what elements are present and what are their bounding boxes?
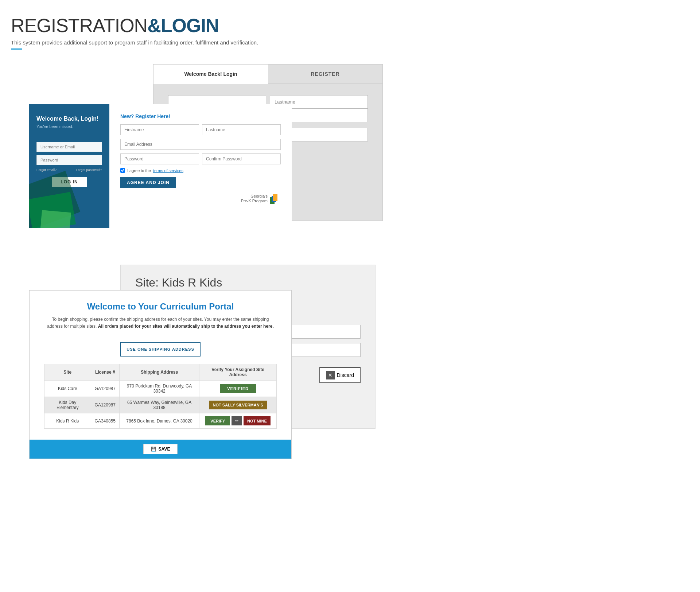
table-row: Kids Care GA120987 970 Porickum Rd, Dunw… [44, 381, 277, 397]
curriculum-footer: 💾 SAVE [30, 440, 291, 459]
logo-line2: Pre-K Program [241, 199, 268, 203]
address-cell: 970 Porickum Rd, Dunwoody, GA 30342 [119, 381, 199, 397]
col-license: License # [91, 364, 119, 381]
curriculum-title: Welcome to Your Curriculum Portal [44, 301, 277, 312]
logo-area: Georgia's Pre-K Program [120, 193, 281, 204]
georgia-prek-logo-icon [270, 193, 281, 204]
login-subtitle: You've been missed. [36, 124, 102, 129]
title-underline [11, 48, 22, 50]
not-sally-button[interactable]: NOT SALLY SILVERMAN'S [209, 401, 267, 409]
table-header-row: Site License # Shipping Address Verify Y… [44, 364, 277, 381]
reg-password-row [120, 153, 281, 164]
tab-bar: Welcome Back! Login REGISTER [153, 65, 382, 84]
register-name-row [120, 124, 281, 135]
curriculum-desc: To begin shopping, please confirm the sh… [44, 316, 277, 330]
login-left-panel: Welcome Back, Login! You've been missed.… [29, 104, 109, 228]
desc3: All orders placed for your sites will au… [98, 324, 274, 329]
verify-cell: VERIFY ✏ NOT MINE [199, 413, 277, 429]
table-head: Site License # Shipping Address Verify Y… [44, 364, 277, 381]
action-cell: VERIFY ✏ NOT MINE [203, 416, 273, 425]
logo-text: Georgia's Pre-K Program [241, 194, 268, 203]
main-login-card: Welcome Back, Login! You've been missed.… [29, 104, 292, 228]
verify-cell: NOT SALLY SILVERMAN'S [199, 397, 277, 413]
save-label: SAVE [159, 447, 170, 452]
login-register-section: Welcome Back! Login REGISTER s of servic… [0, 61, 700, 254]
site-name-cell: Kids Care [44, 381, 91, 397]
table-body: Kids Care GA120987 970 Porickum Rd, Dunw… [44, 381, 277, 429]
reg-firstname-input[interactable] [120, 124, 199, 135]
desc1: To begin shopping, please confirm the sh… [52, 317, 269, 322]
terms-checkbox[interactable] [120, 168, 125, 173]
desc2: address for multiple sites. [47, 324, 97, 329]
site-table: Site License # Shipping Address Verify Y… [44, 364, 277, 429]
reg-email-input[interactable] [120, 139, 281, 150]
register-form-title: New? Register Here! [120, 113, 281, 119]
page-subtitle: This system provides additional support … [11, 39, 689, 46]
terms-link[interactable]: terms of services [153, 168, 183, 173]
title-bold: &LOGIN [147, 15, 219, 36]
verify-button[interactable]: VERIFY [205, 416, 230, 425]
col-site: Site [44, 364, 91, 381]
logo-line1: Georgia's [241, 194, 268, 199]
discard-label: Discard [337, 372, 354, 378]
use-one-shipping-button[interactable]: USE ONE SHIPPING ADDRESS [120, 342, 201, 357]
curriculum-portal-card: Welcome to Your Curriculum Portal To beg… [29, 290, 292, 459]
tab-login[interactable]: Welcome Back! Login [153, 65, 268, 84]
verify-cell: VERIFIED [199, 381, 277, 397]
license-cell: GA120987 [91, 381, 119, 397]
edit-button[interactable]: ✏ [232, 416, 242, 425]
svg-rect-2 [273, 194, 277, 201]
discard-x-icon: ✕ [326, 371, 335, 379]
curriculum-section: Site: Kids R Kids License #: GA340855 is… [0, 265, 700, 469]
col-shipping-address: Shipping Address [119, 364, 199, 381]
license-cell: GA340855 [91, 413, 119, 429]
save-icon: 💾 [151, 447, 156, 452]
curriculum-card-body: Welcome to Your Curriculum Portal To beg… [30, 291, 291, 440]
license-cell: GA120987 [91, 397, 119, 413]
divider [146, 336, 175, 336]
title-plain: REGISTRATION [11, 15, 147, 36]
register-right-panel: New? Register Here! I agree to the terms… [109, 104, 292, 228]
decorative-shapes [29, 159, 98, 228]
reg-confirm-password-input[interactable] [202, 153, 281, 164]
address-cell: 65 Warmes Way, Gainesville, GA 30188 [119, 397, 199, 413]
terms-text: I agree to the [127, 168, 151, 173]
address-cell: 7865 Box lane, Dames, GA 30020 [119, 413, 199, 429]
site-name-cell: Kids Day Elementary [44, 397, 91, 413]
page-title: REGISTRATION&LOGIN [11, 15, 689, 36]
username-input[interactable] [36, 142, 102, 152]
terms-row: I agree to the terms of services [120, 168, 281, 173]
discard-button[interactable]: ✕ Discard [319, 367, 361, 383]
site-title: Site: Kids R Kids [135, 276, 361, 289]
col-verify: Verify Your Assigned Site Address [199, 364, 277, 381]
page-header: REGISTRATION&LOGIN This system provides … [0, 0, 700, 53]
login-title: Welcome Back, Login! [36, 115, 102, 123]
not-mine-button[interactable]: NOT MINE [244, 416, 271, 425]
site-name-cell: Kids R Kids [44, 413, 91, 429]
table-row: Kids R Kids GA340855 7865 Box lane, Dame… [44, 413, 277, 429]
shape-light-green [40, 210, 71, 228]
save-button[interactable]: 💾 SAVE [143, 444, 178, 454]
reg-password-input[interactable] [120, 153, 199, 164]
verified-button[interactable]: VERIFIED [220, 384, 256, 393]
reg-lastname-input[interactable] [202, 124, 281, 135]
table-row: Kids Day Elementary GA120987 65 Warmes W… [44, 397, 277, 413]
agree-join-button[interactable]: AGREE AND JOIN [120, 177, 176, 188]
tab-register[interactable]: REGISTER [268, 65, 382, 84]
reg-email-group [120, 139, 281, 150]
